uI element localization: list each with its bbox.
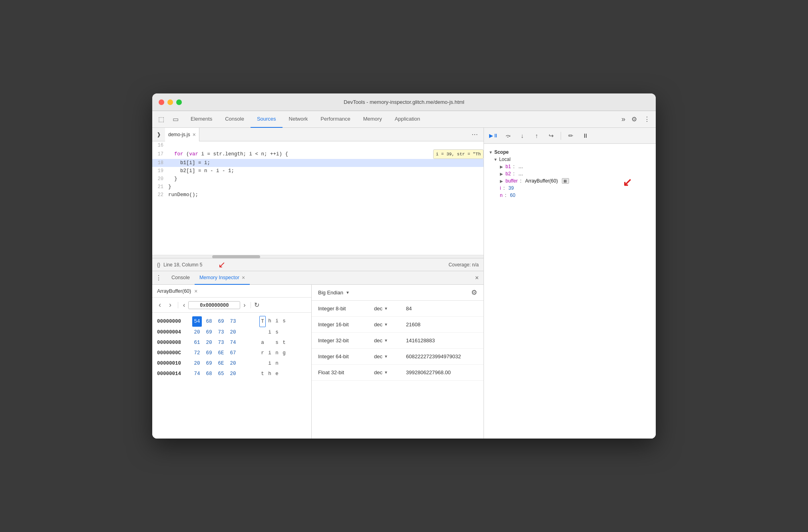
memory-types-panel: Big Endian ▼ ⚙ Integer 8-bit bbox=[312, 285, 484, 439]
bottom-tab-menu-icon[interactable]: ⋮ bbox=[155, 274, 163, 282]
scope-item-b2: ▶ b2 : … bbox=[489, 170, 651, 177]
prev-addr[interactable]: ‹ bbox=[181, 302, 187, 309]
scope-triangle: ▼ bbox=[489, 150, 493, 155]
sidebar-toggle-icon[interactable]: ❱ bbox=[154, 130, 163, 139]
format-int64[interactable]: dec ▼ bbox=[374, 353, 406, 359]
hex-row-3: 0000000C 72 69 6E 67 r bbox=[157, 348, 306, 358]
tab-memory[interactable]: Memory bbox=[357, 111, 388, 128]
endian-label: Big Endian bbox=[318, 290, 343, 296]
tab-memory-inspector-close[interactable]: × bbox=[242, 274, 245, 281]
hex-byte-selected[interactable]: 54 bbox=[192, 316, 202, 327]
debugger-toolbar: ▶⏸ ⤼ ↓ ↑ ↪ ✏ ⏸ bbox=[484, 128, 656, 144]
next-addr[interactable]: › bbox=[242, 302, 247, 309]
debug-sep bbox=[561, 132, 561, 140]
b2-expand-icon[interactable]: ▶ bbox=[500, 172, 503, 176]
devtools-body: ⬚ ▭ Elements Console Sources Network Per… bbox=[152, 111, 656, 439]
resume-btn[interactable]: ▶⏸ bbox=[487, 130, 500, 141]
hex-row-2: 00000008 61 20 73 74 a bbox=[157, 337, 306, 348]
format-caret-float32: ▼ bbox=[384, 370, 388, 375]
main-tab-list: Elements Console Sources Network Perform… bbox=[184, 111, 618, 128]
code-editor: 16 17 for (var i = str.length; i < n; ++… bbox=[152, 141, 484, 255]
b1-expand-icon[interactable]: ▶ bbox=[500, 165, 503, 169]
tab-sources[interactable]: Sources bbox=[251, 111, 283, 128]
top-tab-right-icons: ⚙ ⋮ bbox=[629, 114, 653, 125]
format-int32[interactable]: dec ▼ bbox=[374, 337, 406, 343]
scope-item-i: i : 39 bbox=[489, 185, 651, 192]
code-line-20: 20 } bbox=[152, 175, 484, 183]
scope-title[interactable]: ▼ Scope bbox=[489, 149, 651, 156]
scope-section: ▼ Scope ▼ Local ▶ b1 : … bbox=[484, 147, 656, 200]
tab-network[interactable]: Network bbox=[283, 111, 314, 128]
bottom-panel-close[interactable]: × bbox=[475, 274, 479, 282]
coverage-label: Coverage: n/a bbox=[449, 262, 479, 268]
memory-inspect-icon[interactable]: ▦ bbox=[562, 178, 569, 184]
tab-console-bottom[interactable]: Console bbox=[167, 271, 195, 285]
file-tab-close[interactable]: × bbox=[193, 131, 196, 138]
file-tab-name: demo-js.js bbox=[168, 132, 190, 137]
endian-caret-icon: ▼ bbox=[346, 290, 350, 295]
horizontal-scrollbar[interactable] bbox=[152, 255, 484, 258]
bottom-tab-bar: ⋮ Console Memory Inspector × × bbox=[152, 271, 484, 285]
maximize-button[interactable] bbox=[176, 99, 182, 105]
local-scope-label[interactable]: ▼ Local bbox=[489, 156, 651, 163]
pause-on-exceptions-btn[interactable]: ⏸ bbox=[579, 130, 591, 141]
code-line-17: 17 for (var i = str.length; i < n; ++i) … bbox=[152, 149, 484, 159]
title-bar: DevTools - memory-inspector.glitch.me/de… bbox=[152, 93, 656, 111]
red-arrow-annotation-1: ↙ bbox=[218, 260, 225, 270]
right-panel: ▶⏸ ⤼ ↓ ↑ ↪ ✏ ⏸ ↙ ▼ Scope bbox=[484, 128, 656, 439]
cursor-icon[interactable]: ⬚ bbox=[155, 114, 167, 125]
arraybuffer-tab-close[interactable]: × bbox=[194, 288, 197, 294]
source-panel: ❱ demo-js.js × ⋯ 16 bbox=[152, 128, 484, 439]
close-button[interactable] bbox=[159, 99, 164, 105]
memory-settings-icon[interactable]: ⚙ bbox=[471, 288, 477, 297]
local-triangle: ▼ bbox=[494, 157, 498, 162]
format-icon[interactable]: {} bbox=[157, 262, 160, 268]
endian-toolbar: Big Endian ▼ ⚙ bbox=[312, 285, 484, 301]
tab-application[interactable]: Application bbox=[388, 111, 427, 128]
code-line-16: 16 bbox=[152, 141, 484, 149]
data-type-float32: Float 32-bit dec ▼ 3992806227968.00 bbox=[312, 365, 484, 381]
step-btn[interactable]: ↪ bbox=[545, 130, 557, 141]
format-float32[interactable]: dec ▼ bbox=[374, 369, 406, 375]
more-sources-icon[interactable]: ⋯ bbox=[469, 129, 480, 140]
tab-more-button[interactable]: » bbox=[618, 115, 629, 123]
refresh-btn[interactable]: ↻ bbox=[254, 301, 259, 309]
data-type-int8: Integer 8-bit dec ▼ 84 bbox=[312, 301, 484, 317]
scrollbar-thumb[interactable] bbox=[212, 255, 260, 258]
memory-hex-panel: ArrayBuffer(60) × ‹ › ‹ › bbox=[152, 285, 312, 439]
format-int8[interactable]: dec ▼ bbox=[374, 306, 406, 312]
deactivate-breakpoints-btn[interactable]: ✏ bbox=[564, 130, 577, 141]
more-options-icon[interactable]: ⋮ bbox=[641, 114, 653, 125]
data-type-list: Integer 8-bit dec ▼ 84 Integer 16-b bbox=[312, 301, 484, 439]
tab-console[interactable]: Console bbox=[219, 111, 251, 128]
step-over-btn[interactable]: ⤼ bbox=[502, 130, 514, 141]
endian-dropdown[interactable]: Big Endian ▼ bbox=[318, 290, 350, 296]
tab-memory-inspector[interactable]: Memory Inspector × bbox=[195, 271, 250, 285]
address-input[interactable] bbox=[188, 301, 240, 309]
device-icon[interactable]: ▭ bbox=[170, 114, 181, 125]
memory-sub-tab: ArrayBuffer(60) × bbox=[152, 285, 311, 298]
tab-performance[interactable]: Performance bbox=[314, 111, 356, 128]
back-btn[interactable]: ‹ bbox=[155, 301, 164, 310]
minimize-button[interactable] bbox=[167, 99, 173, 105]
bottom-panel: ⋮ Console Memory Inspector × × bbox=[152, 271, 484, 439]
format-int16[interactable]: dec ▼ bbox=[374, 322, 406, 328]
tab-elements[interactable]: Elements bbox=[184, 111, 219, 128]
scope-item-n: n : 60 bbox=[489, 192, 651, 199]
forward-btn[interactable]: › bbox=[166, 301, 175, 310]
step-out-btn[interactable]: ↑ bbox=[530, 130, 543, 141]
buffer-expand-icon[interactable]: ▶ bbox=[500, 179, 503, 183]
hex-dump: 00000000 54 68 69 73 T bbox=[152, 313, 311, 439]
format-caret-int32: ▼ bbox=[384, 338, 388, 343]
step-into-btn[interactable]: ↓ bbox=[516, 130, 529, 141]
arraybuffer-tab[interactable]: ArrayBuffer(60) bbox=[157, 288, 191, 294]
code-line-19: 19 b2[i] = n - i - 1; bbox=[152, 167, 484, 175]
file-tab-bar: ❱ demo-js.js × ⋯ bbox=[152, 128, 484, 141]
scope-item-buffer: ▶ buffer : ArrayBuffer(60) ▦ bbox=[489, 177, 651, 185]
settings-icon[interactable]: ⚙ bbox=[629, 114, 640, 125]
file-tab-demo-js[interactable]: demo-js.js × bbox=[165, 128, 199, 141]
code-line-22: 22 runDemo(); bbox=[152, 191, 484, 199]
main-area: ❱ demo-js.js × ⋯ 16 bbox=[152, 128, 656, 439]
data-type-int16: Integer 16-bit dec ▼ 21608 bbox=[312, 317, 484, 333]
hex-row-4: 00000010 20 69 6E 20 bbox=[157, 358, 306, 369]
